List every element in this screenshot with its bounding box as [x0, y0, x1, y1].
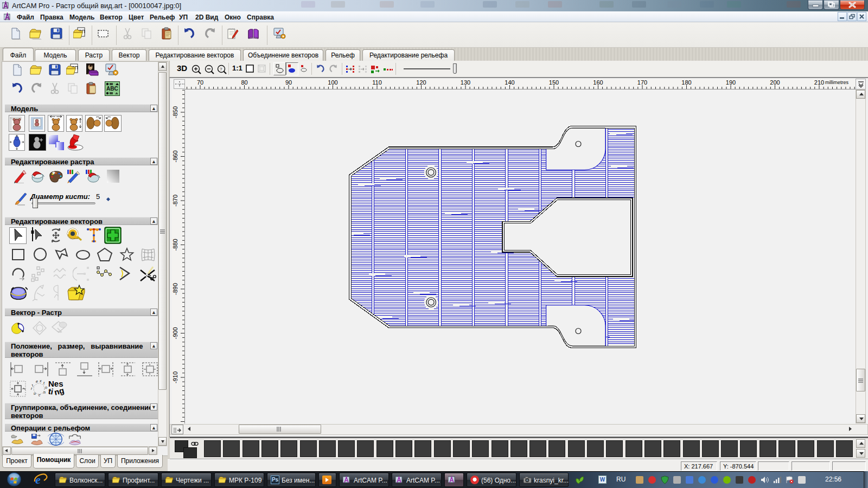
svg-text:-850: -850: [172, 106, 178, 118]
svg-text:-860: -860: [172, 150, 178, 162]
svg-text:-910: -910: [172, 371, 178, 383]
svg-text:e: e: [36, 380, 38, 383]
svg-text:n: n: [43, 390, 46, 394]
svg-text:-870: -870: [172, 195, 178, 207]
svg-text:180: 180: [681, 79, 691, 86]
svg-text:200: 200: [770, 79, 780, 86]
svg-text:190: 190: [726, 79, 736, 86]
svg-text:u: u: [34, 391, 36, 395]
svg-text:millimetres: millimetres: [825, 80, 849, 85]
svg-text:-880: -880: [172, 239, 178, 251]
svg-text:-900: -900: [172, 327, 178, 339]
svg-text:170: 170: [637, 79, 647, 86]
svg-text:130: 130: [461, 79, 470, 86]
svg-text:100: 100: [328, 79, 337, 86]
svg-text:x: x: [39, 380, 42, 383]
svg-text:80: 80: [241, 79, 247, 86]
svg-text:c: c: [39, 393, 41, 397]
svg-text:90: 90: [285, 79, 292, 86]
svg-text:140: 140: [505, 79, 514, 86]
svg-text:?: ?: [220, 67, 222, 72]
svg-text:70: 70: [197, 79, 203, 86]
svg-text:210: 210: [814, 79, 824, 86]
svg-text:120: 120: [416, 79, 426, 86]
svg-text:150: 150: [549, 79, 559, 86]
svg-text:160: 160: [593, 79, 603, 86]
svg-text:ABC: ABC: [106, 86, 118, 92]
svg-text:110: 110: [372, 79, 382, 86]
svg-text:o: o: [45, 386, 47, 389]
svg-text:t: t: [43, 381, 45, 385]
svg-text:-890: -890: [172, 283, 178, 295]
